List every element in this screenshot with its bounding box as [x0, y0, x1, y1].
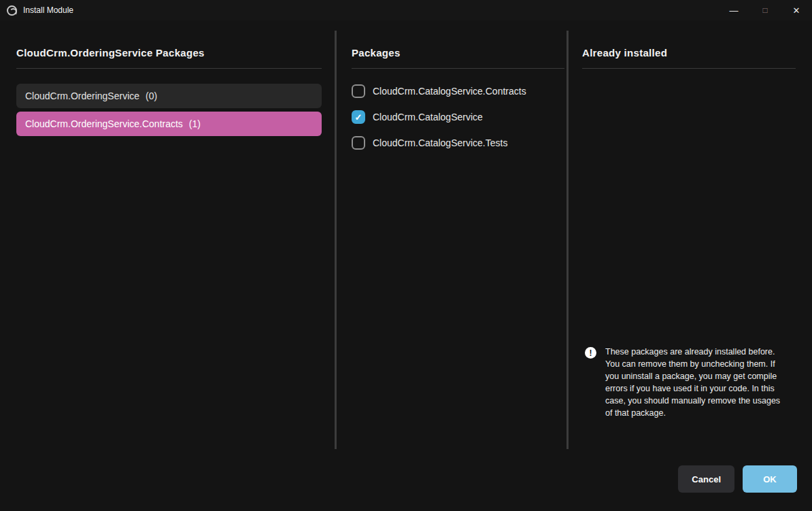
package-label: CloudCrm.CatalogService	[373, 112, 483, 122]
info-icon: !	[585, 347, 596, 359]
module-item-count: (1)	[189, 118, 201, 129]
note-text: These packages are already installed bef…	[605, 346, 786, 419]
packages-panel: Packages CloudCrm.CatalogService.Contrac…	[352, 46, 564, 156]
already-installed-note: ! These packages are already installed b…	[585, 346, 790, 419]
module-list: CloudCrm.OrderingService (0) CloudCrm.Or…	[16, 84, 322, 136]
check-icon: ✓	[355, 113, 362, 122]
maximize-button[interactable]: □	[749, 0, 781, 20]
module-item-orderingservice[interactable]: CloudCrm.OrderingService (0)	[16, 84, 322, 108]
modules-panel-header: CloudCrm.OrderingService Packages	[16, 46, 322, 69]
titlebar: Install Module — □ ✕	[0, 0, 812, 20]
app-logo-icon	[7, 5, 17, 16]
ok-button[interactable]: OK	[743, 465, 797, 493]
minimize-button[interactable]: —	[718, 0, 749, 20]
package-row-catalogservice-contracts[interactable]: CloudCrm.CatalogService.Contracts	[352, 78, 564, 104]
info-icon-glyph: !	[590, 348, 592, 358]
module-item-orderingservice-contracts[interactable]: CloudCrm.OrderingService.Contracts (1)	[16, 112, 322, 136]
panel-divider	[566, 31, 569, 449]
package-list: CloudCrm.CatalogService.Contracts ✓ Clou…	[352, 78, 564, 156]
packages-panel-header: Packages	[352, 46, 564, 69]
already-installed-header: Already installed	[582, 46, 796, 69]
module-item-count: (0)	[146, 90, 157, 101]
panel-divider	[335, 31, 337, 449]
close-button[interactable]: ✕	[781, 0, 812, 20]
package-row-catalogservice-tests[interactable]: CloudCrm.CatalogService.Tests	[352, 130, 564, 156]
cancel-button[interactable]: Cancel	[678, 465, 734, 493]
checkbox-checked-icon[interactable]: ✓	[352, 110, 365, 124]
package-label: CloudCrm.CatalogService.Tests	[373, 137, 507, 148]
window-title: Install Module	[23, 5, 73, 15]
package-row-catalogservice[interactable]: ✓ CloudCrm.CatalogService	[352, 104, 564, 130]
module-item-label: CloudCrm.OrderingService.Contracts	[25, 118, 183, 129]
already-installed-panel: Already installed	[582, 46, 796, 69]
window-controls: — □ ✕	[718, 0, 812, 20]
checkbox-unchecked-icon[interactable]	[352, 136, 365, 150]
package-label: CloudCrm.CatalogService.Contracts	[373, 86, 526, 97]
module-item-label: CloudCrm.OrderingService	[25, 90, 139, 101]
checkbox-unchecked-icon[interactable]	[352, 84, 365, 98]
modules-panel: CloudCrm.OrderingService Packages CloudC…	[16, 46, 322, 139]
footer-buttons: Cancel OK	[678, 465, 797, 493]
